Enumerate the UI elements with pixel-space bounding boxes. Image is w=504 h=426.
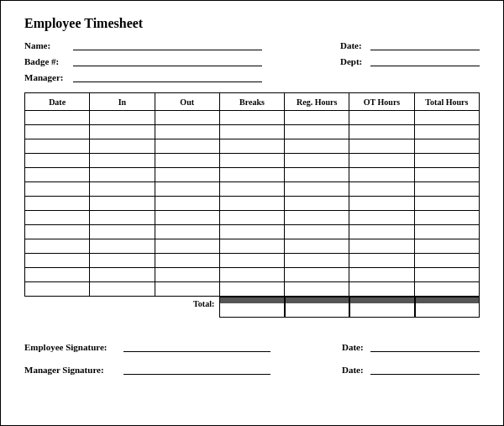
manager-sig-date-field[interactable] — [370, 364, 480, 375]
cell[interactable] — [155, 182, 219, 197]
cell[interactable] — [285, 282, 349, 297]
cell[interactable] — [414, 197, 479, 211]
cell[interactable] — [155, 168, 219, 182]
cell[interactable] — [155, 154, 219, 168]
cell[interactable] — [349, 254, 414, 268]
cell[interactable] — [414, 111, 479, 125]
total-total-hours[interactable] — [415, 303, 480, 318]
cell[interactable] — [25, 182, 90, 197]
cell[interactable] — [285, 225, 349, 239]
cell[interactable] — [219, 254, 284, 268]
cell[interactable] — [90, 282, 155, 297]
cell[interactable] — [349, 225, 414, 239]
cell[interactable] — [155, 282, 219, 297]
cell[interactable] — [349, 125, 414, 139]
cell[interactable] — [219, 225, 284, 239]
cell[interactable] — [155, 197, 219, 211]
cell[interactable] — [25, 125, 90, 139]
cell[interactable] — [349, 268, 414, 282]
cell[interactable] — [414, 282, 479, 297]
cell[interactable] — [349, 182, 414, 197]
cell[interactable] — [25, 282, 90, 297]
employee-signature-field[interactable] — [123, 341, 270, 352]
cell[interactable] — [90, 211, 155, 225]
cell[interactable] — [155, 111, 219, 125]
cell[interactable] — [155, 125, 219, 139]
cell[interactable] — [90, 197, 155, 211]
total-breaks[interactable] — [219, 303, 284, 318]
cell[interactable] — [285, 154, 349, 168]
cell[interactable] — [219, 125, 284, 139]
cell[interactable] — [285, 197, 349, 211]
cell[interactable] — [25, 254, 90, 268]
cell[interactable] — [90, 168, 155, 182]
cell[interactable] — [90, 154, 155, 168]
cell[interactable] — [25, 139, 90, 154]
manager-field[interactable] — [73, 71, 262, 82]
cell[interactable] — [25, 225, 90, 239]
cell[interactable] — [25, 111, 90, 125]
cell[interactable] — [414, 239, 479, 254]
cell[interactable] — [90, 239, 155, 254]
cell[interactable] — [414, 125, 479, 139]
cell[interactable] — [219, 282, 284, 297]
employee-sig-date-field[interactable] — [370, 341, 480, 352]
cell[interactable] — [155, 225, 219, 239]
cell[interactable] — [219, 182, 284, 197]
cell[interactable] — [219, 154, 284, 168]
cell[interactable] — [90, 254, 155, 268]
total-reg-hours[interactable] — [285, 303, 349, 318]
cell[interactable] — [285, 139, 349, 154]
cell[interactable] — [349, 111, 414, 125]
cell[interactable] — [25, 154, 90, 168]
cell[interactable] — [219, 268, 284, 282]
cell[interactable] — [285, 125, 349, 139]
cell[interactable] — [414, 211, 479, 225]
cell[interactable] — [285, 168, 349, 182]
cell[interactable] — [155, 139, 219, 154]
cell[interactable] — [90, 225, 155, 239]
cell[interactable] — [349, 239, 414, 254]
total-ot-hours[interactable] — [349, 303, 414, 318]
cell[interactable] — [414, 254, 479, 268]
cell[interactable] — [219, 111, 284, 125]
cell[interactable] — [285, 111, 349, 125]
cell[interactable] — [25, 268, 90, 282]
cell[interactable] — [90, 125, 155, 139]
cell[interactable] — [349, 154, 414, 168]
cell[interactable] — [90, 139, 155, 154]
cell[interactable] — [155, 268, 219, 282]
cell[interactable] — [219, 139, 284, 154]
cell[interactable] — [349, 282, 414, 297]
cell[interactable] — [219, 168, 284, 182]
cell[interactable] — [25, 168, 90, 182]
cell[interactable] — [349, 139, 414, 154]
cell[interactable] — [349, 197, 414, 211]
cell[interactable] — [414, 154, 479, 168]
cell[interactable] — [349, 211, 414, 225]
cell[interactable] — [414, 139, 479, 154]
cell[interactable] — [285, 268, 349, 282]
cell[interactable] — [285, 182, 349, 197]
cell[interactable] — [25, 197, 90, 211]
cell[interactable] — [25, 211, 90, 225]
cell[interactable] — [349, 168, 414, 182]
cell[interactable] — [90, 268, 155, 282]
manager-signature-field[interactable] — [123, 364, 270, 375]
cell[interactable] — [414, 268, 479, 282]
cell[interactable] — [414, 182, 479, 197]
cell[interactable] — [414, 168, 479, 182]
name-field[interactable] — [73, 39, 262, 50]
cell[interactable] — [285, 211, 349, 225]
cell[interactable] — [155, 254, 219, 268]
cell[interactable] — [219, 239, 284, 254]
cell[interactable] — [90, 182, 155, 197]
cell[interactable] — [285, 254, 349, 268]
badge-field[interactable] — [73, 55, 262, 66]
cell[interactable] — [155, 211, 219, 225]
date-field[interactable] — [370, 39, 480, 50]
cell[interactable] — [219, 197, 284, 211]
cell[interactable] — [285, 239, 349, 254]
cell[interactable] — [155, 239, 219, 254]
cell[interactable] — [414, 225, 479, 239]
